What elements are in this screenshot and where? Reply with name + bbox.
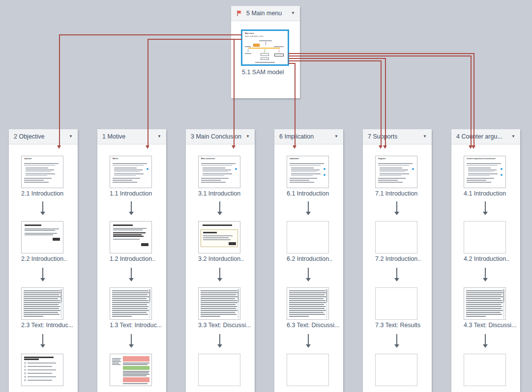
link-line-vertical (148, 39, 148, 145)
link-arrow-head (383, 145, 387, 149)
thumb-text-line (113, 228, 147, 229)
thumb-text-line (25, 234, 53, 235)
flow-arrow-head (217, 212, 222, 215)
slide-thumbnail-1-2-introduction[interactable] (110, 221, 152, 253)
thumb-radio (24, 365, 26, 367)
chevron-down-icon[interactable]: ▼ (511, 135, 515, 139)
chevron-down-icon[interactable]: ▼ (334, 135, 338, 139)
thumb-text-line (201, 316, 220, 317)
thumb-text-line (289, 314, 325, 315)
thumb-text-line (24, 294, 59, 295)
thumb-subtitle-line (203, 232, 217, 233)
thumb-text-line (380, 175, 401, 176)
thumb-text-line (123, 383, 148, 384)
link-arrow-head (232, 145, 236, 149)
thumb-text-line (201, 165, 232, 166)
link-line-vertical (295, 63, 296, 145)
slide-label: 2.1 Introduction (21, 190, 63, 197)
scene-header-4-counter-argu[interactable]: 4 Counter argu...▼ (451, 129, 520, 144)
diagram-label (274, 46, 284, 47)
slide-thumbnail-7-1-introduction[interactable]: Supports (375, 156, 417, 188)
slide-label: 1.2 Introduction.. (110, 255, 155, 262)
slide-label-5-1: 5.1 SAM model (242, 69, 284, 76)
thumb-text-line (113, 178, 140, 179)
scene-header-3-main-conclusion[interactable]: 3 Main Conclusion▼ (186, 129, 255, 144)
scene-header-6-implication[interactable]: 6 Implication▼ (274, 129, 343, 144)
chevron-down-icon[interactable]: ▼ (291, 11, 295, 15)
thumb-option-line (28, 363, 56, 364)
slide-thumbnail-7-2-introduction[interactable] (375, 221, 417, 253)
slide-thumbnail-3-main-conclusion-4[interactable] (198, 354, 240, 386)
slide-thumbnail-7-3-text-results[interactable] (375, 287, 417, 320)
thumb-text-line (112, 316, 132, 317)
slide-thumbnail-2-3-text-introduc[interactable] (21, 287, 63, 320)
chevron-down-icon[interactable]: ▼ (423, 135, 427, 139)
thumb-text-line (24, 290, 60, 291)
slide-thumbnail-1-3-text-introduc[interactable] (110, 287, 152, 320)
diagram-tick-pink (279, 49, 279, 53)
flow-arrow-head (129, 278, 134, 281)
chevron-down-icon[interactable]: ▼ (69, 135, 73, 139)
slide-thumbnail-2-1-introduction[interactable]: objective (21, 156, 63, 188)
thumb-micro-title: Counter arguments & conclusions (467, 158, 496, 160)
thumb-text-line (113, 239, 140, 240)
slide-thumbnail-7-supports-4[interactable] (375, 354, 417, 386)
slide-thumbnail-4-1-introduction[interactable]: Counter arguments & conclusions (464, 156, 506, 188)
chevron-down-icon[interactable]: ▼ (157, 135, 161, 139)
flow-arrow-line (131, 201, 132, 212)
slide-label: 6.2 Introduction.. (287, 255, 332, 262)
status-dot (412, 168, 414, 170)
slide-thumbnail-2-2-introduction[interactable] (21, 221, 63, 253)
slide-thumbnail-6-1-introduction[interactable]: Implication (287, 156, 329, 188)
thumb-text-line (201, 300, 237, 301)
thumb-micro-title: Main menu (245, 32, 254, 34)
thumb-text-line (123, 374, 149, 375)
flow-arrow-line (131, 334, 132, 344)
scene-title: 2 Objective (14, 133, 45, 140)
thumb-micro-title: Motive (113, 158, 118, 160)
slide-label: 3.1 Introduction (198, 190, 240, 197)
flow-arrow-head (129, 344, 134, 348)
diagram-box (261, 53, 269, 56)
link-line-vertical (471, 56, 472, 145)
scene-header-main-menu[interactable]: 5 Main menu ▼ (231, 6, 300, 21)
thumb-text-line (24, 306, 60, 307)
thumb-text-line (378, 165, 409, 166)
thumb-text-line (203, 237, 229, 238)
scene-header-7-supports[interactable]: 7 Supports▼ (363, 129, 432, 144)
thumb-text-line (378, 163, 413, 164)
slide-thumbnail-2-objective-4[interactable] (21, 354, 63, 386)
scene-main-menu: 5 Main menu ▼ Main menuSelect an Academi… (231, 6, 300, 98)
slide-thumbnail-1-motive-4[interactable] (110, 354, 152, 386)
flow-arrow-line (219, 334, 220, 344)
slide-thumbnail-3-3-text-discussi[interactable] (198, 287, 240, 320)
thumb-text-line (291, 175, 313, 176)
thumb-text-line (24, 165, 55, 166)
thumb-text-line (290, 180, 309, 181)
thumb-text-line (289, 310, 326, 311)
slide-thumbnail-6-2-introduction[interactable] (287, 221, 329, 253)
slide-thumbnail-3-2-intorduction[interactable] (198, 221, 240, 253)
slide-thumbnail-4-counter-argu-4[interactable] (464, 354, 506, 386)
slide-thumbnail-1-1-introduction[interactable]: Motive (110, 156, 152, 188)
slide-thumbnail-5-1[interactable]: Main menuSelect an Academic article (241, 29, 289, 66)
chevron-down-icon[interactable]: ▼ (246, 135, 250, 139)
scene-header-1-motive[interactable]: 1 Motive▼ (97, 129, 166, 144)
slide-thumbnail-6-implication-4[interactable] (287, 354, 329, 386)
slide-thumbnail-4-2-introduction[interactable] (464, 221, 506, 253)
slide-thumbnail-6-3-text-discussi[interactable] (287, 287, 329, 320)
link-line-horizontal (288, 56, 471, 56)
status-dot (501, 168, 502, 170)
thumb-side-line (112, 358, 121, 359)
thumb-text-line (25, 233, 57, 234)
scene-title: 5 Main menu (246, 10, 282, 17)
flow-arrow-line (219, 268, 220, 278)
slide-label: 2.3 Text: Introduc... (21, 322, 73, 329)
scene-header-2-objective[interactable]: 2 Objective▼ (9, 129, 78, 144)
flow-arrow-line (308, 268, 309, 278)
scene-title: 4 Counter argu... (456, 133, 502, 140)
thumb-text-line (24, 308, 59, 309)
slide-thumbnail-3-1-introduction[interactable]: Main conclusion (198, 156, 240, 188)
link-line-vertical (234, 39, 235, 145)
slide-thumbnail-4-3-text-discussi[interactable] (464, 287, 506, 320)
